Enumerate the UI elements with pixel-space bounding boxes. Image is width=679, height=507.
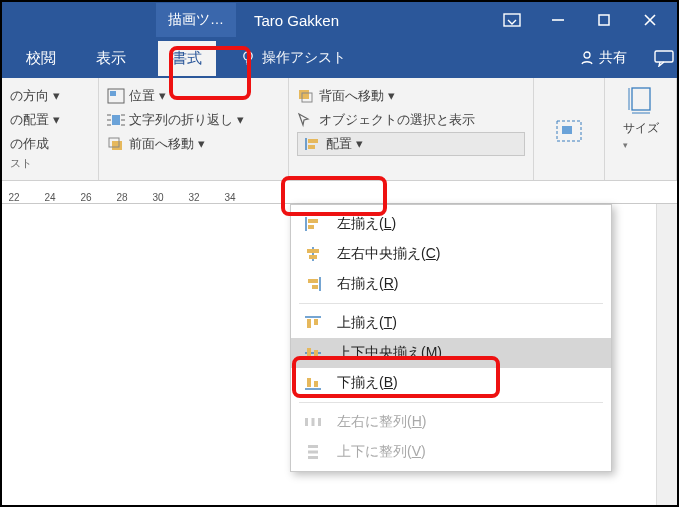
menu-label: 左右に整列(H) xyxy=(337,413,426,431)
user-name: Taro Gakken xyxy=(254,12,339,29)
wrap-text-button[interactable]: 文字列の折り返し ▾ xyxy=(107,108,280,132)
distribute-h-icon xyxy=(303,413,323,431)
align-right-icon xyxy=(303,275,323,293)
menu-label: 左揃え(L) xyxy=(337,215,396,233)
bring-forward-icon xyxy=(107,136,125,152)
tab-view[interactable]: 表示 xyxy=(88,43,134,74)
ribbon-group-select xyxy=(534,78,606,180)
title-bar: 描画ツ… Taro Gakken xyxy=(2,2,677,38)
ruler-tick: 24 xyxy=(44,192,56,203)
ruler-tick: 26 xyxy=(80,192,92,203)
ruler-tick: 32 xyxy=(188,192,200,203)
selection-pane-button[interactable]: オブジェクトの選択と表示 xyxy=(297,108,525,132)
size-label[interactable]: サイズ▾ xyxy=(623,120,659,151)
ribbon-group-size: サイズ▾ xyxy=(605,78,677,180)
svg-rect-43 xyxy=(314,350,318,356)
position-button[interactable]: 位置 ▾ xyxy=(107,84,280,108)
ribbon-options-icon[interactable] xyxy=(489,2,535,38)
selection-pane-icon xyxy=(297,112,315,128)
svg-rect-7 xyxy=(655,51,673,62)
select-objects-icon[interactable] xyxy=(554,118,584,144)
align-middle-v[interactable]: 上下中央揃え(M) xyxy=(291,338,611,368)
align-center-h[interactable]: 左右中央揃え(C) xyxy=(291,239,611,269)
send-backward-icon xyxy=(297,88,315,104)
svg-rect-36 xyxy=(308,279,318,283)
bring-forward-button[interactable]: 前面へ移動 ▾ xyxy=(107,132,280,156)
tab-format[interactable]: 書式 xyxy=(158,41,216,76)
group-label-1: スト xyxy=(10,156,90,171)
ribbon: の方向 ▾ の配置 ▾ の作成 スト 位置 ▾ 文字列の折り返し ▾ 前面へ移動… xyxy=(2,78,677,181)
vertical-scrollbar[interactable] xyxy=(656,204,677,507)
svg-rect-23 xyxy=(308,145,315,149)
ruler-tick: 28 xyxy=(116,192,128,203)
distribute-h: 左右に整列(H) xyxy=(291,407,611,437)
menu-separator xyxy=(299,402,603,403)
ribbon-group-1: の方向 ▾ の配置 ▾ の作成 スト xyxy=(2,78,99,180)
svg-rect-51 xyxy=(308,451,318,454)
svg-point-6 xyxy=(584,52,590,58)
svg-rect-10 xyxy=(112,115,120,125)
svg-rect-25 xyxy=(562,126,572,134)
align-bottom-icon xyxy=(303,374,323,392)
comments-icon[interactable] xyxy=(651,47,677,69)
svg-point-3 xyxy=(244,52,252,60)
menu-label: 左右中央揃え(C) xyxy=(337,245,440,263)
align-middle-v-icon xyxy=(303,344,323,362)
tab-review[interactable]: 校閲 xyxy=(18,43,64,74)
maximize-icon[interactable] xyxy=(581,2,627,38)
svg-rect-9 xyxy=(110,91,116,96)
contextual-tab-drawing: 描画ツ… xyxy=(156,3,236,37)
svg-rect-50 xyxy=(308,445,318,448)
svg-rect-2 xyxy=(599,15,609,25)
svg-rect-48 xyxy=(312,418,315,426)
align-left-icon xyxy=(303,215,323,233)
svg-rect-46 xyxy=(314,381,318,387)
position-icon xyxy=(107,88,125,104)
text-alignment[interactable]: の配置 ▾ xyxy=(10,108,90,132)
menu-label: 上下に整列(V) xyxy=(337,443,426,461)
ribbon-group-arrange2: 背面へ移動 ▾ オブジェクトの選択と表示 配置 ▾ xyxy=(289,78,534,180)
align-bottom[interactable]: 下揃え(B) xyxy=(291,368,611,398)
close-icon[interactable] xyxy=(627,2,673,38)
svg-rect-30 xyxy=(308,219,318,223)
svg-rect-49 xyxy=(318,418,321,426)
align-icon xyxy=(304,136,322,152)
ruler: 22 24 26 28 30 32 34 xyxy=(2,181,677,204)
svg-rect-39 xyxy=(307,319,311,328)
ribbon-group-arrange1: 位置 ▾ 文字列の折り返し ▾ 前面へ移動 ▾ xyxy=(99,78,289,180)
align-top-icon xyxy=(303,314,323,332)
distribute-v-icon xyxy=(303,443,323,461)
svg-rect-19 xyxy=(299,90,309,99)
wrap-icon xyxy=(107,112,125,128)
svg-rect-26 xyxy=(632,88,650,110)
menu-label: 下揃え(B) xyxy=(337,374,398,392)
ruler-tick: 30 xyxy=(152,192,164,203)
svg-rect-22 xyxy=(308,139,318,143)
menu-label: 右揃え(R) xyxy=(337,275,398,293)
align-right[interactable]: 右揃え(R) xyxy=(291,269,611,299)
svg-rect-52 xyxy=(308,456,318,459)
menu-label: 上揃え(T) xyxy=(337,314,397,332)
svg-rect-37 xyxy=(312,285,318,289)
lightbulb-icon xyxy=(240,50,256,66)
align-button[interactable]: 配置 ▾ xyxy=(297,132,525,156)
svg-rect-45 xyxy=(307,378,311,387)
share-button[interactable]: 共有 xyxy=(579,49,627,67)
align-top[interactable]: 上揃え(T) xyxy=(291,308,611,338)
tell-me[interactable]: 操作アシスト xyxy=(240,49,346,67)
svg-rect-42 xyxy=(307,348,311,358)
size-icon[interactable] xyxy=(626,84,656,118)
create-link[interactable]: の作成 xyxy=(10,132,90,156)
distribute-v: 上下に整列(V) xyxy=(291,437,611,467)
svg-rect-34 xyxy=(309,255,317,259)
share-person-icon xyxy=(579,50,595,66)
align-left[interactable]: 左揃え(L) xyxy=(291,209,611,239)
ribbon-tabs: 校閲 表示 書式 操作アシスト 共有 xyxy=(2,38,677,78)
svg-rect-31 xyxy=(308,225,314,229)
text-direction[interactable]: の方向 ▾ xyxy=(10,84,90,108)
menu-label: 上下中央揃え(M) xyxy=(337,344,442,362)
svg-rect-40 xyxy=(314,319,318,325)
send-backward-button[interactable]: 背面へ移動 ▾ xyxy=(297,84,525,108)
minimize-icon[interactable] xyxy=(535,2,581,38)
share-label: 共有 xyxy=(599,49,627,67)
